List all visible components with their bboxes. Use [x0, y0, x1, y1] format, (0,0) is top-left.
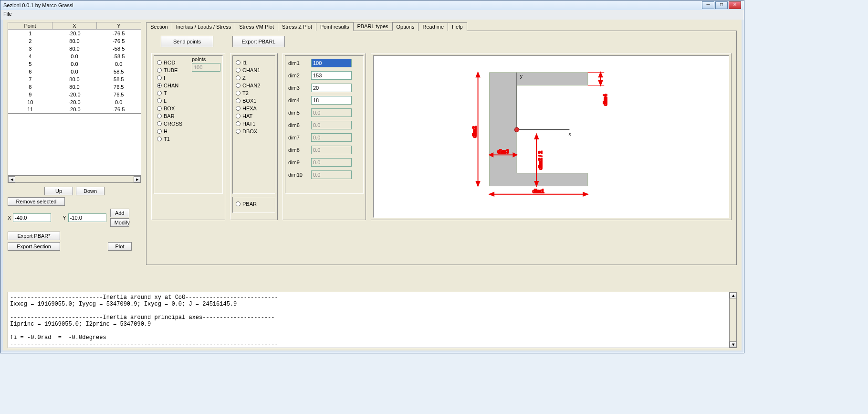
dim1-label: dim1	[288, 60, 306, 66]
plot-button[interactable]: Plot	[108, 242, 132, 251]
table-row[interactable]: 1-20.0-76.5	[8, 30, 141, 37]
dim6-label: dim6	[288, 122, 306, 128]
maximize-button[interactable]: □	[715, 1, 728, 9]
y-label: Y	[63, 215, 66, 221]
radio-bar[interactable]: BAR	[157, 112, 220, 120]
tab-options[interactable]: Options	[392, 22, 419, 31]
tab-pbarl-types[interactable]: PBARL types	[353, 22, 393, 31]
dim5-input	[311, 108, 352, 117]
dim8-label: dim8	[288, 147, 306, 153]
dim7-label: dim7	[288, 135, 306, 140]
svg-marker-11	[583, 192, 588, 196]
tab-section[interactable]: Section	[146, 22, 172, 31]
radio-l[interactable]: L	[157, 97, 220, 105]
table-row[interactable]: 10-20.00.0	[8, 98, 141, 106]
scroll-right-icon[interactable]: ▸	[134, 176, 141, 182]
table-row[interactable]: 11-20.0-76.5	[8, 106, 141, 114]
radio-i1[interactable]: I1	[236, 59, 272, 66]
minimize-button[interactable]: ─	[702, 1, 714, 9]
dim9-input	[311, 158, 352, 167]
svg-text:y: y	[520, 73, 523, 79]
radio-hat1[interactable]: HAT1	[236, 120, 272, 127]
radio-t2[interactable]: T2	[236, 89, 272, 97]
radio-t[interactable]: T	[157, 89, 220, 97]
dim3-label: dim3	[288, 85, 306, 91]
tab-stress-z-plot[interactable]: Stress Z Plot	[278, 22, 316, 31]
svg-marker-6	[476, 73, 480, 77]
dim8-input	[311, 146, 352, 154]
export-pbar-button[interactable]: Export PBAR*	[8, 232, 60, 240]
dim10-label: dim10	[288, 172, 306, 178]
menubar: File	[0, 10, 744, 20]
send-points-button[interactable]: Send points	[161, 36, 213, 47]
table-row[interactable]: 9-20.076.5	[8, 91, 141, 98]
dim2-label: dim2	[288, 73, 306, 78]
dim2-input[interactable]	[311, 71, 352, 80]
table-row[interactable]: 50.00.0	[8, 60, 141, 68]
table-row[interactable]: 380.0-58.5	[8, 45, 141, 53]
radio-pbar[interactable]: PBAR	[236, 200, 272, 208]
remove-selected-button[interactable]: Remove selected	[8, 197, 65, 206]
output-console[interactable]: ---------------------------Inertia aroun…	[8, 292, 729, 348]
points-input	[192, 63, 220, 72]
menu-file[interactable]: File	[3, 11, 12, 17]
radio-hexa[interactable]: HEXA	[236, 105, 272, 112]
dim3-input[interactable]	[311, 84, 352, 92]
table-row[interactable]: 60.058.5	[8, 68, 141, 75]
svg-text:x: x	[568, 131, 571, 137]
y-input[interactable]	[68, 213, 106, 222]
table-row[interactable]: 280.0-76.5	[8, 37, 141, 45]
radio-hat[interactable]: HAT	[236, 112, 272, 120]
tab-point-results[interactable]: Point results	[316, 22, 354, 31]
svg-marker-24	[534, 134, 538, 139]
output-scrollbar[interactable]: ▴ ▾	[729, 292, 736, 348]
tab-read-me[interactable]: Read me	[418, 22, 448, 31]
points-label: points	[192, 56, 220, 62]
dim10-input	[311, 170, 352, 179]
section-diagram: y x dim2 dim1 dim3 dim4 dim2 / 2	[376, 59, 726, 214]
up-button[interactable]: Up	[44, 187, 73, 195]
radio-box1[interactable]: BOX1	[236, 97, 272, 105]
export-pbarl-button[interactable]: Export PBARL	[232, 36, 285, 47]
dim6-input	[311, 121, 352, 129]
radio-i[interactable]: I	[157, 74, 220, 82]
radio-cross[interactable]: CROSS	[157, 120, 220, 127]
radio-chan[interactable]: CHAN	[157, 82, 220, 89]
close-button[interactable]: ✕	[729, 1, 741, 9]
radio-chan1[interactable]: CHAN1	[236, 66, 272, 74]
points-table[interactable]: PointXY 1-20.0-76.5280.0-76.5380.0-58.54…	[8, 22, 141, 114]
svg-marker-18	[599, 73, 603, 77]
radio-t1[interactable]: T1	[157, 135, 220, 143]
table-row[interactable]: 880.076.5	[8, 83, 141, 91]
svg-text:dim2: dim2	[471, 126, 477, 138]
dim4-input[interactable]	[311, 96, 352, 105]
down-button[interactable]: Down	[76, 187, 105, 195]
radio-dbox[interactable]: DBOX	[236, 127, 272, 135]
table-scrollbar[interactable]: ◂ ▸	[8, 176, 141, 183]
table-row[interactable]: 40.0-58.5	[8, 53, 141, 60]
dim5-label: dim5	[288, 110, 306, 116]
radio-box[interactable]: BOX	[157, 105, 220, 112]
modify-button[interactable]: Modify	[110, 218, 129, 227]
dim7-input	[311, 133, 352, 142]
svg-text:dim2 / 2: dim2 / 2	[537, 151, 543, 170]
radio-chan2[interactable]: CHAN2	[236, 82, 272, 89]
radio-z[interactable]: Z	[236, 74, 272, 82]
export-section-button[interactable]: Export Section	[8, 242, 60, 251]
tab-inertias-loads-stress[interactable]: Inertias / Loads / Stress	[172, 22, 236, 31]
table-row[interactable]: 780.058.5	[8, 75, 141, 83]
scroll-down-icon[interactable]: ▾	[730, 341, 737, 348]
window-title: Sezioni 0.0.1 by Marco Grassi	[3, 2, 73, 8]
dim1-input[interactable]	[311, 59, 352, 67]
scroll-up-icon[interactable]: ▴	[730, 292, 737, 298]
svg-point-2	[514, 127, 519, 132]
x-label: X	[8, 215, 11, 221]
tab-stress-vm-plot[interactable]: Stress VM Plot	[235, 22, 278, 31]
tab-help[interactable]: Help	[448, 22, 467, 31]
svg-marker-7	[476, 181, 480, 186]
x-input[interactable]	[13, 213, 51, 222]
radio-h[interactable]: H	[157, 127, 220, 135]
add-button[interactable]: Add	[110, 209, 129, 217]
scroll-left-icon[interactable]: ◂	[8, 176, 15, 182]
titlebar: Sezioni 0.0.1 by Marco Grassi ─ □ ✕	[0, 0, 744, 10]
